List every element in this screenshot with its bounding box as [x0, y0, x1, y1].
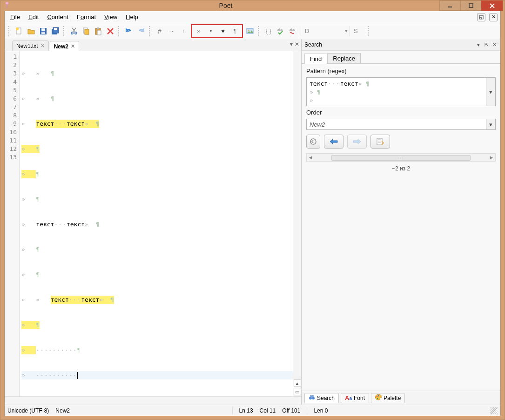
titlebar[interactable]: Poet [0, 0, 505, 11]
vertical-scrollbar[interactable]: ▲ ▭ [293, 51, 301, 396]
panel-menu-icon[interactable]: ▾ [475, 42, 482, 48]
plus-icon[interactable]: + [178, 26, 189, 37]
menu-file[interactable]: File [7, 13, 23, 21]
spellcheck-ok-icon[interactable]: abc [275, 26, 286, 37]
editor-area[interactable]: 12345678910111213 » » ¶ » » ¶ » текст···… [5, 51, 301, 396]
status-col: Col 11 [260, 407, 276, 414]
pin-icon[interactable]: ⇱ [483, 42, 490, 48]
nav-results-button[interactable] [370, 135, 390, 149]
redo-icon[interactable] [135, 26, 147, 37]
nav-prev-button[interactable] [324, 135, 343, 149]
panel-close-icon[interactable]: ✕ [491, 42, 498, 48]
palette-icon [375, 394, 382, 402]
status-len: Len 0 [314, 407, 328, 414]
tab-new1[interactable]: New1.txt ✕ [12, 41, 49, 51]
delete-icon[interactable] [105, 26, 116, 37]
svg-point-26 [248, 29, 249, 31]
show-tabs-icon[interactable]: » [193, 26, 204, 37]
tab-new2[interactable]: New2 ✕ [50, 41, 79, 51]
show-spaces-icon[interactable]: • [205, 26, 216, 37]
close-button[interactable] [481, 0, 503, 11]
svg-rect-36 [310, 395, 314, 397]
nav-first-button[interactable] [306, 135, 320, 149]
svg-point-7 [16, 27, 19, 30]
tab-close-icon[interactable]: ✕ [40, 43, 45, 49]
close-panel-icon[interactable]: ✕ [489, 13, 498, 21]
image-icon[interactable] [244, 26, 256, 37]
app-icon [2, 1, 12, 10]
tab-close-all-icon[interactable]: ✕ [295, 41, 299, 47]
search-panel-title: Search [304, 41, 474, 48]
open-file-icon[interactable] [26, 26, 37, 37]
svg-point-38 [378, 395, 379, 396]
toolbar-field-d[interactable] [303, 26, 345, 36]
status-ln: Ln 13 [239, 407, 253, 414]
svg-point-15 [75, 32, 77, 34]
code-view[interactable]: » » ¶ » » ¶ » текст···текст» ¶ » ¶ » ¶ »… [20, 51, 293, 396]
braces-icon[interactable]: { } [263, 26, 274, 37]
gutter: 12345678910111213 [5, 51, 20, 396]
svg-rect-19 [85, 29, 89, 34]
cut-icon[interactable] [68, 26, 80, 37]
tilde-icon[interactable]: ~ [166, 26, 177, 37]
svg-rect-9 [41, 28, 45, 31]
font-icon: Aa [345, 394, 352, 401]
footer-tab-font[interactable]: Aa Font [341, 393, 369, 403]
search-panel: Search ▾ ⇱ ✕ Find Replace Pattern (regex… [301, 39, 500, 405]
status-encoding: Unicode (UTF-8) [7, 407, 49, 414]
side-panel-footer: Search Aa Font Palette [302, 391, 500, 405]
editor-tabstrip: New1.txt ✕ New2 ✕ ▾ ✕ [5, 39, 301, 51]
menu-content[interactable]: Content [44, 13, 71, 21]
client-area: File Edit Content Format View Help ◱ ✕ [4, 11, 501, 416]
split-icon[interactable]: ▭ [294, 388, 301, 395]
undo-icon[interactable] [123, 26, 135, 37]
svg-rect-1 [7, 4, 7, 8]
nav-next-button[interactable] [347, 135, 367, 149]
svg-point-29 [310, 139, 316, 144]
toolbar: # ~ + » • ♥ ¶ { } abc abc ▾ [5, 23, 500, 39]
search-header[interactable]: Search ▾ ⇱ ✕ [302, 39, 500, 51]
tab-find[interactable]: Find [304, 54, 327, 64]
show-symbols-icon[interactable]: ♥ [217, 26, 229, 37]
results-scrollbar[interactable]: ◄ ∙∙∙ ► [306, 153, 496, 162]
pattern-label: Pattern (regex) [306, 68, 496, 75]
svg-rect-22 [97, 30, 101, 35]
toolbar-field-s[interactable] [352, 26, 366, 36]
svg-line-16 [73, 28, 76, 32]
search-tabs: Find Replace [302, 51, 500, 64]
maximize-button[interactable] [460, 0, 482, 11]
footer-tab-search[interactable]: Search [304, 393, 339, 403]
menu-help[interactable]: Help [123, 13, 141, 21]
resize-grip[interactable] [490, 407, 498, 414]
tab-menu-icon[interactable]: ▾ [290, 41, 293, 47]
minimize-button[interactable] [439, 0, 461, 11]
save-icon[interactable] [38, 26, 49, 37]
footer-tab-palette[interactable]: Palette [371, 393, 405, 403]
svg-text:abc: abc [277, 28, 283, 31]
restore-panel-icon[interactable]: ◱ [477, 13, 485, 21]
menu-edit[interactable]: Edit [26, 13, 41, 21]
new-file-icon[interactable] [13, 26, 25, 37]
pattern-dropdown-icon[interactable]: ▾ [486, 78, 495, 106]
paste-icon[interactable] [93, 26, 104, 37]
save-all-icon[interactable] [50, 26, 61, 37]
highlighted-whitespace-group: » • ♥ ¶ [191, 24, 243, 38]
hash-icon[interactable]: # [154, 26, 165, 37]
order-dropdown-icon[interactable]: ▾ [486, 119, 496, 130]
spellcheck-error-icon[interactable]: abc [287, 26, 298, 37]
tab-label: New1.txt [16, 43, 38, 49]
tab-close-icon[interactable]: ✕ [71, 43, 75, 49]
menu-view[interactable]: View [101, 13, 120, 21]
svg-rect-10 [41, 32, 45, 34]
pattern-input[interactable]: текст···текст» ¶ » ¶ » ▾ [306, 77, 496, 106]
scroll-up-icon[interactable]: ▲ [294, 379, 301, 387]
menu-format[interactable]: Format [74, 13, 99, 21]
order-label: Order [306, 109, 496, 116]
svg-point-14 [71, 32, 73, 34]
horizontal-scrollbar[interactable] [5, 396, 301, 405]
tab-replace[interactable]: Replace [327, 53, 361, 63]
editor-panel: New1.txt ✕ New2 ✕ ▾ ✕ 12345678910111213 [5, 39, 301, 405]
copy-icon[interactable] [81, 26, 92, 37]
show-eol-icon[interactable]: ¶ [229, 26, 241, 37]
order-select[interactable]: New2 [306, 119, 486, 130]
